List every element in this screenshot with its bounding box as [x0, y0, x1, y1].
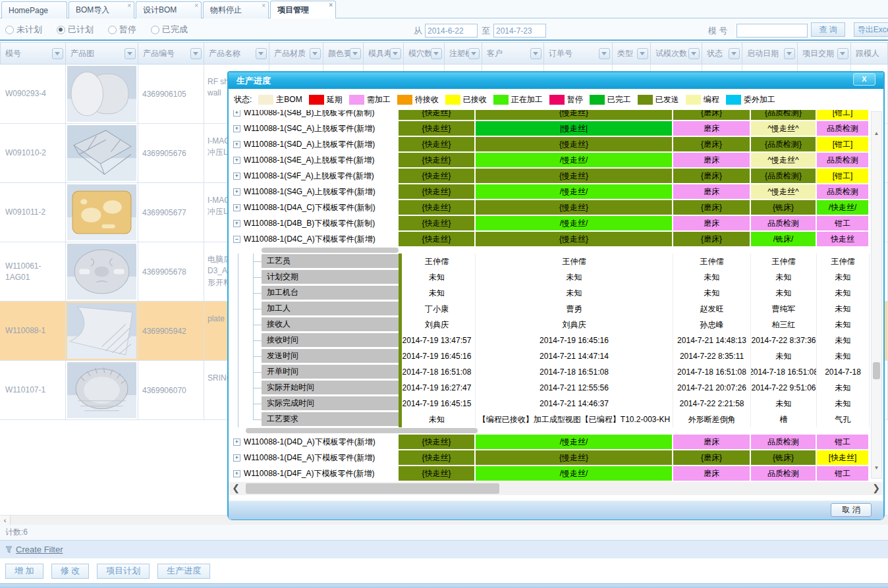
mini-hscrollbar-bottom[interactable]: [229, 427, 883, 434]
from-date-input[interactable]: [425, 24, 478, 38]
column-label: 客户: [487, 48, 503, 59]
tree-row[interactable]: −W110088-1(D4C_A)下模板零件(新增){快走丝}{慢走丝}{磨床}…: [229, 231, 883, 247]
filter-dropdown-icon[interactable]: [190, 48, 202, 59]
tree-row[interactable]: +W110088-1(S4E_A)上脱板零件(新增){快走丝}/慢走丝/磨床^慢…: [229, 152, 883, 168]
filter-dropdown-icon[interactable]: [350, 48, 361, 59]
tree-row[interactable]: +W110088-1(S4G_A)上脱板零件(新增){快走丝}/慢走丝/磨床^慢…: [229, 184, 883, 200]
search-button[interactable]: 查 询: [811, 22, 845, 37]
filter-dropdown-icon[interactable]: [530, 48, 541, 59]
scroll-down-arrow-icon[interactable]: ▼: [872, 464, 881, 473]
radio-icon[interactable]: [5, 26, 14, 34]
filter-dropdown-icon[interactable]: [688, 48, 700, 59]
expand-icon[interactable]: +: [233, 439, 240, 446]
field-value: 2014-7-21 14:46:37: [476, 396, 673, 412]
tree-row[interactable]: +W110088-1(D4B_B)下模板零件(新制){快走丝}/慢走丝/磨床品质…: [229, 215, 883, 231]
expand-icon[interactable]: +: [233, 157, 240, 164]
expand-icon[interactable]: +: [233, 188, 240, 196]
field-value: 2014-7-18: [817, 364, 870, 380]
close-tab-icon[interactable]: ×: [127, 3, 131, 9]
process-cell: ^慢走丝^: [751, 121, 816, 136]
expand-icon[interactable]: +: [233, 220, 240, 227]
scrollbar-thumb[interactable]: [873, 362, 880, 379]
tree-row[interactable]: +W110088-1(S4B_B)上脱板零件(新制){快走丝}{慢走丝}{磨床}…: [229, 110, 883, 120]
product-image: [66, 361, 138, 419]
scroll-left-arrow-icon[interactable]: ❮: [230, 482, 242, 495]
close-icon[interactable]: X: [853, 73, 875, 86]
add-button[interactable]: 增 加: [5, 564, 43, 579]
to-date-input[interactable]: [493, 24, 546, 38]
field-label: 工艺要求: [262, 412, 399, 426]
scroll-up-arrow-icon[interactable]: ▲: [872, 129, 881, 138]
header-cell: 项目交期: [798, 42, 851, 65]
filter-dropdown-icon[interactable]: [390, 48, 401, 59]
expand-icon[interactable]: +: [233, 454, 240, 462]
expand-icon[interactable]: +: [233, 470, 240, 477]
radio-completed[interactable]: 已完成: [151, 24, 188, 36]
filter-dropdown-icon[interactable]: [310, 48, 321, 59]
export-excel-button[interactable]: 导出Exce: [854, 22, 888, 37]
filter-dropdown-icon[interactable]: [637, 48, 648, 59]
production-progress-button[interactable]: 生产进度: [157, 564, 210, 579]
status-swatch: [638, 95, 653, 105]
radio-icon[interactable]: [57, 26, 65, 34]
tree-row[interactable]: +W110088-1(D4E_A)下模板零件(新增){快走丝}{慢走丝}{磨床}…: [229, 450, 883, 466]
status-label: 编程: [704, 94, 719, 105]
filter-dropdown-icon[interactable]: [784, 48, 795, 59]
product-no-cell: 4369905942: [138, 302, 204, 361]
expand-icon[interactable]: +: [233, 204, 240, 211]
radio-unplanned[interactable]: 未计划: [5, 24, 42, 36]
tree-row[interactable]: +W110088-1(S4D_A)上脱板零件(新增){快走丝}{慢走丝}{磨床}…: [229, 136, 883, 152]
field-value: 未知: [673, 269, 751, 285]
cancel-button[interactable]: 取 消: [831, 503, 872, 517]
filter-dropdown-icon[interactable]: [599, 48, 610, 59]
modal-horizontal-scrollbar[interactable]: ❮ ❯: [229, 482, 883, 495]
create-filter-link[interactable]: Create Filter: [16, 545, 63, 554]
vertical-scrollbar[interactable]: ▲ ▼: [871, 111, 882, 479]
tree-row[interactable]: +W110088-1(S4C_A)上脱板零件(新增){快走丝}|慢走丝|磨床^慢…: [229, 120, 883, 136]
process-cell: {快走丝}: [399, 435, 474, 449]
status-swatch: [349, 95, 364, 105]
tree-rows-top: +W110088-1(S4B_B)上脱板零件(新制){快走丝}{慢走丝}{磨床}…: [229, 110, 883, 247]
tree-row[interactable]: +W110088-1(D4A_C)下模板零件(新制){快走丝}{慢走丝}{磨床}…: [229, 200, 883, 215]
filter-dropdown-icon[interactable]: [256, 48, 267, 59]
modify-button[interactable]: 修 改: [51, 564, 90, 579]
tree-row[interactable]: +W110088-1(D4F_A)下模板零件(新增){快走丝}/慢走丝/磨床品质…: [229, 466, 883, 481]
tree-row[interactable]: +W110088-1(S4F_A)上脱板零件(新增){快走丝}{慢走丝}{磨床}…: [229, 168, 883, 184]
radio-icon[interactable]: [108, 26, 117, 34]
filter-dropdown-icon[interactable]: [52, 48, 63, 59]
tab-homepage[interactable]: HomePage: [1, 1, 67, 18]
filter-dropdown-icon[interactable]: [468, 48, 480, 59]
project-plan-button[interactable]: 项目计划: [97, 564, 150, 579]
filter-dropdown-icon[interactable]: [125, 48, 136, 59]
scroll-left-arrow-icon[interactable]: ‹: [0, 516, 11, 525]
scrollbar-thumb[interactable]: [246, 483, 499, 494]
process-cell: {快走丝}: [399, 232, 474, 246]
close-tab-icon[interactable]: ×: [329, 2, 333, 9]
filter-dropdown-icon[interactable]: [431, 48, 442, 59]
close-tab-icon[interactable]: ×: [262, 3, 265, 9]
scrollbar-thumb[interactable]: [262, 248, 399, 253]
close-tab-icon[interactable]: ×: [194, 3, 198, 9]
filter-dropdown-icon[interactable]: [729, 48, 740, 59]
part-label: W110088-1(D4E_A)下模板零件(新增): [244, 452, 375, 464]
expand-icon[interactable]: +: [233, 141, 240, 148]
expand-icon[interactable]: +: [233, 110, 240, 117]
collapse-icon[interactable]: −: [233, 236, 240, 243]
expand-icon[interactable]: +: [233, 173, 240, 180]
scrollbar-thumb[interactable]: [246, 428, 478, 433]
tree-row[interactable]: +W110088-1(D4D_A)下模板零件(新增){快走丝}/慢走丝/磨床品质…: [229, 434, 883, 450]
filter-dropdown-icon[interactable]: [837, 48, 848, 59]
tab-material-stop[interactable]: 物料停止×: [203, 1, 269, 18]
scroll-right-arrow-icon[interactable]: ❯: [870, 482, 882, 495]
process-cell: {慢走丝}: [476, 200, 672, 215]
tab-project-management[interactable]: 项目管理×: [270, 1, 336, 18]
part-label: W110088-1(S4C_A)上脱板零件(新增): [244, 123, 375, 134]
mini-hscrollbar-top[interactable]: [229, 247, 883, 254]
tab-bom-import[interactable]: BOM导入×: [69, 1, 134, 18]
tab-design-bom[interactable]: 设计BOM×: [136, 1, 202, 18]
radio-paused[interactable]: 暂停: [108, 24, 136, 36]
radio-planned[interactable]: 已计划: [57, 24, 94, 36]
mould-no-input[interactable]: [736, 24, 808, 38]
expand-icon[interactable]: +: [233, 125, 240, 132]
radio-icon[interactable]: [151, 26, 159, 34]
